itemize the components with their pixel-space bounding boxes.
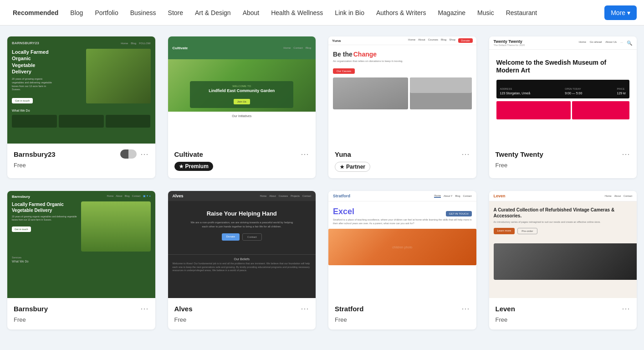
mock-hero-text: Locally Farmed Organic Vegetable Deliver…: [12, 49, 51, 75]
more-options-icon-barnsbury[interactable]: ⋯: [140, 304, 149, 314]
theme-grid: BARNSBURY23 HomeBlogFOLLOW Locally Farme…: [0, 26, 644, 340]
mock-yuna-photos: [328, 77, 476, 114]
nav-item-art-design[interactable]: Art & Design: [189, 5, 236, 20]
mock-hero-btn: Get in touch: [12, 98, 33, 103]
mock-leven-buttons: Learn more Pre-order: [494, 228, 633, 234]
mock-joinus-btn: Join Us: [234, 99, 250, 104]
more-button[interactable]: More ▾: [604, 5, 637, 20]
mock-barnsbury-section: Services What We Do: [12, 256, 151, 263]
card-price-alves: Free: [174, 316, 187, 323]
mock-yuna-hero: Be the Change An organization that relie…: [328, 45, 476, 77]
card-title-twenty: Twenty Twenty: [496, 150, 543, 158]
card-title-row-cultivate: Cultivate ⋯: [174, 149, 310, 159]
more-options-icon-twenty[interactable]: ⋯: [622, 149, 630, 159]
more-options-icon-cultivate[interactable]: ⋯: [301, 149, 309, 159]
card-title-cultivate: Cultivate: [174, 150, 203, 158]
nav-item-recommended[interactable]: Recommended: [7, 5, 64, 20]
mock-alves-hero: Raise Your Helping Hand We are a non-pro…: [168, 201, 316, 254]
mock-barnsbury-img: [81, 201, 150, 252]
card-title-barnsbury: Barnsbury: [14, 305, 48, 313]
nav-item-about[interactable]: About: [237, 5, 265, 20]
mock-alves-buttons: Donate Contact: [222, 233, 262, 241]
card-barnsbury23: BARNSBURY23 HomeBlogFOLLOW Locally Farme…: [7, 36, 155, 178]
mock-twenty-header: Twenty Twenty The Default Theme for 2020…: [489, 36, 637, 50]
card-info-barnsbury: Barnsbury ⋯ Free: [7, 298, 155, 329]
mock-cultivate-photo: WELCOME TO Lindfield East Community Gard…: [168, 59, 316, 112]
mock-cultivate-overlay: WELCOME TO Lindfield East Community Gard…: [190, 81, 293, 108]
card-price-stratford: Free: [335, 316, 347, 323]
card-barnsbury: Barnsbury Home About Blog Contact ▣ ✦ ♦ …: [7, 191, 155, 329]
mock-stratford-hero: Excel GET IN TOUCH Stratford is a place …: [328, 201, 476, 225]
mock-yuna-header: Yuna Home About Courses Blog Shop Donate: [328, 36, 476, 45]
mock-leven-photo: [494, 243, 637, 280]
mock-alves-header: Alves Home About Courses Projects Contac…: [168, 191, 316, 201]
mock-barnsbury-header: Barnsbury Home About Blog Contact ▣ ✦ ♦: [12, 195, 151, 199]
nav-item-business[interactable]: Business: [125, 5, 162, 20]
card-alves: Alves Home About Courses Projects Contac…: [168, 191, 316, 329]
card-preview-twenty[interactable]: Twenty Twenty The Default Theme for 2020…: [489, 36, 637, 144]
mock-cultivate-toptext: Cultivate: [173, 46, 188, 50]
mock-logo: BARNSBURY23: [12, 41, 39, 45]
mock-welcome: WELCOME TO: [195, 85, 288, 88]
card-preview-stratford[interactable]: Stratford Home About Y Blog Contact Exce…: [328, 191, 476, 298]
card-cultivate: Cultivate Home Contact Blog WELCOME TO L…: [168, 36, 316, 178]
card-price-leven: Free: [496, 316, 508, 323]
partner-badge: Partner: [335, 162, 370, 172]
nav-item-blog[interactable]: Blog: [65, 5, 88, 20]
mock-nav: HomeBlogFOLLOW: [121, 42, 150, 45]
card-title-leven: Leven: [496, 305, 515, 313]
card-info-barnsbury23: Barnsbury23 ⋯ Free: [7, 144, 155, 175]
nav-item-magazine[interactable]: Magazine: [432, 5, 471, 20]
card-price-row: Free: [14, 162, 149, 169]
card-title-row-leven: Leven ⋯: [496, 304, 631, 314]
card-title-yuna: Yuna: [335, 150, 351, 158]
more-options-icon-yuna[interactable]: ⋯: [461, 149, 470, 159]
card-title: Barnsbury23: [14, 150, 56, 158]
more-options-icon-alves[interactable]: ⋯: [301, 304, 309, 314]
card-preview-barnsbury23[interactable]: BARNSBURY23 HomeBlogFOLLOW Locally Farme…: [7, 36, 155, 144]
card-info-stratford: Stratford ⋯ Free: [328, 298, 476, 329]
mock-cultivate-top: Cultivate Home Contact Blog: [168, 36, 316, 59]
card-price-twenty: Free: [496, 162, 508, 169]
card-twenty-twenty: Twenty Twenty The Default Theme for 2020…: [489, 36, 637, 178]
more-options-icon-leven[interactable]: ⋯: [622, 304, 630, 314]
nav-item-portfolio[interactable]: Portfolio: [89, 5, 123, 20]
card-info-leven: Leven ⋯ Free: [489, 298, 637, 329]
mock-img-box-3: [106, 115, 151, 128]
mock-img-row: [12, 115, 151, 128]
card-price-row-cultivate: Premium: [174, 162, 310, 171]
mock-hero-sub: 20 years of growing organic vegetables a…: [12, 77, 54, 92]
card-info-twenty: Twenty Twenty ⋯ Free: [489, 144, 637, 175]
card-title-alves: Alves: [174, 305, 193, 313]
mock-section-title: What We Do: [12, 109, 151, 112]
mock-cultivate-bottom: Our Initiatives: [168, 112, 316, 122]
card-preview-leven[interactable]: Leven Home About Contact A Curated Colle…: [489, 191, 637, 298]
card-preview-barnsbury[interactable]: Barnsbury Home About Blog Contact ▣ ✦ ♦ …: [7, 191, 155, 298]
card-preview-alves[interactable]: Alves Home About Courses Projects Contac…: [168, 191, 316, 298]
card-preview-yuna[interactable]: Yuna Home About Courses Blog Shop Donate…: [328, 36, 476, 144]
theme-toggle[interactable]: [120, 149, 137, 159]
card-title-row-twenty: Twenty Twenty ⋯: [496, 149, 631, 159]
card-price-row-leven: Free: [496, 316, 631, 323]
nav-item-health[interactable]: Health & Wellness: [266, 5, 328, 20]
card-price-barnsbury: Free: [14, 316, 26, 323]
nav-item-authors[interactable]: Authors & Writers: [371, 5, 431, 20]
more-options-icon-stratford[interactable]: ⋯: [461, 304, 470, 314]
premium-badge: Premium: [174, 162, 213, 171]
card-info-cultivate: Cultivate ⋯ Premium: [168, 144, 316, 177]
card-preview-cultivate[interactable]: Cultivate Home Contact Blog WELCOME TO L…: [168, 36, 316, 144]
mock-barnsbury-hero: Locally Farmed Organic Vegetable Deliver…: [12, 201, 151, 252]
nav-item-linkinbio[interactable]: Link in Bio: [329, 5, 370, 20]
card-leven: Leven Home About Contact A Curated Colle…: [489, 191, 637, 329]
nav-item-store[interactable]: Store: [163, 5, 189, 20]
mock-garden-name: Lindfield East Community Garden: [195, 88, 288, 94]
card-title-stratford: Stratford: [335, 305, 363, 313]
nav-item-music[interactable]: Music: [472, 5, 500, 20]
mock-stratford-photo: children photo: [328, 229, 476, 265]
nav-item-restaurant[interactable]: Restaurant: [501, 5, 542, 20]
more-options-icon[interactable]: ⋯: [140, 149, 149, 159]
card-controls: ⋯: [120, 149, 149, 159]
card-title-row-alves: Alves ⋯: [174, 304, 310, 314]
card-title-row-yuna: Yuna ⋯: [335, 149, 470, 159]
card-title-row-barnsbury: Barnsbury ⋯: [14, 304, 149, 314]
